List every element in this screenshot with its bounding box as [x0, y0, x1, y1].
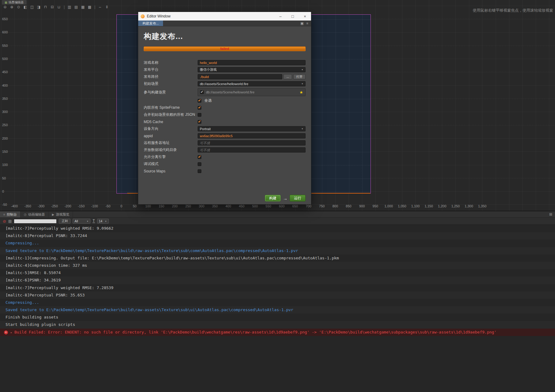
expand-horizontal-icon[interactable]: ⇔	[97, 5, 103, 9]
ruler-h-label: -50	[105, 204, 110, 208]
ruler-h-label: 1,200	[438, 204, 447, 208]
field-label: MD5 Cache	[144, 120, 198, 124]
start-scene-select[interactable]: db://assets/Scene/helloworld.fire ▼	[198, 81, 306, 86]
align-right-icon[interactable]: ◨	[36, 5, 41, 9]
log-line: Compressing...	[0, 299, 555, 306]
expand-arrow-icon[interactable]: ▸	[10, 331, 12, 334]
start-scene-select-value: db://assets/Scene/helloworld.fire	[200, 82, 248, 86]
select-all-label: 全选	[204, 98, 212, 103]
close-button[interactable]: ×	[299, 12, 311, 21]
game-name-input[interactable]	[198, 60, 306, 65]
log-line: [malitc-8]Perceptual PSNR: 35.653	[0, 292, 555, 299]
align-center-icon[interactable]: ◫	[29, 5, 35, 9]
select-all-checkbox[interactable]	[198, 99, 201, 103]
ruler-h-label: 250	[185, 204, 191, 208]
panel-menu-icon[interactable]: ≡	[306, 21, 308, 25]
form-row: 开放数据域代码目录	[144, 147, 306, 153]
log-line-error[interactable]: ×▸Build Failed: Error: ENOENT: no such f…	[0, 329, 555, 336]
ruler-h-label: 400	[226, 204, 231, 208]
ruler-h-label: 0	[120, 204, 122, 208]
clear-logs-icon[interactable]: ⊘	[3, 219, 6, 224]
distribute-horizontal-icon[interactable]: ▥	[67, 5, 72, 9]
tab-console[interactable]: ≡ 控制台	[0, 211, 21, 217]
field-label: 发布平台	[144, 67, 198, 72]
popout-icon[interactable]: ▣	[300, 21, 303, 25]
ruler-h-label: 800	[333, 204, 338, 208]
console-search-input[interactable]	[14, 219, 57, 224]
stretch-horizontal-icon[interactable]: ▦	[80, 5, 86, 9]
tab-build-publish[interactable]: 构建发布...	[138, 21, 163, 26]
form-row: 参与构建场景 db://assets/Scene/helloworld.fire…	[144, 88, 306, 96]
tab-animation-editor-label: 动画编辑器	[28, 212, 45, 217]
maximize-button[interactable]: □	[287, 12, 299, 21]
log-file-icon[interactable]: ▤	[8, 219, 12, 223]
minimize-button[interactable]: –	[274, 12, 287, 21]
browse-button[interactable]: ...	[283, 74, 292, 79]
tab-animation-editor[interactable]: ◷ 动画编辑器	[21, 211, 49, 217]
platform-select[interactable]: 微信小游戏 ▼	[198, 67, 306, 72]
ruler-h-label: 450	[239, 204, 244, 208]
field-label: 合并初始场景依赖的所有 JSON	[144, 112, 198, 117]
open-data-dir-input[interactable]	[198, 147, 306, 153]
align-middle-icon[interactable]: ⊟	[50, 5, 55, 9]
zoom-out-icon[interactable]: ⊖	[2, 5, 8, 9]
ruler-v-label: 650	[2, 17, 10, 21]
merge-json-checkbox[interactable]	[198, 113, 201, 117]
error-icon: ×	[4, 330, 8, 334]
log-line: Saved texture to E:\PackDemo\temp\Textur…	[0, 306, 555, 314]
build-path-input[interactable]	[198, 74, 282, 79]
panel-layout-icon[interactable]: ⊞	[549, 212, 552, 217]
log-line: [malitc-7]Perceptually weighted RMSE: 9.…	[0, 225, 555, 232]
field-label: 参与构建场景	[144, 90, 198, 95]
chevron-down-icon: ▼	[301, 83, 303, 85]
chevron-down-icon: ▼	[105, 220, 107, 222]
ruler-h-label: 750	[319, 204, 325, 208]
build-scenes-list: db://assets/Scene/helloworld.fire ★	[198, 88, 306, 96]
align-left-icon[interactable]: ◧	[23, 5, 28, 9]
animation-icon: ◷	[24, 213, 27, 216]
regex-toggle-button[interactable]: 正则	[59, 219, 70, 224]
font-size-select[interactable]: 14 ▼	[97, 219, 109, 224]
open-folder-button[interactable]: 打开	[293, 74, 306, 79]
form-row: Source Maps	[144, 168, 306, 174]
log-line: [malitc-6]PSNR: 34.2619	[0, 277, 555, 284]
log-filter-select[interactable]: All ▼	[73, 219, 90, 224]
platform-select-value: 微信小游戏	[200, 67, 217, 72]
scene-item-checkbox[interactable]	[200, 90, 204, 94]
align-bottom-icon[interactable]: ⊔	[56, 5, 62, 9]
ruler-v-label: 600	[2, 30, 10, 34]
ruler-v-label: 300	[2, 110, 10, 114]
debug-mode-checkbox[interactable]	[198, 162, 201, 166]
chevron-down-icon: ▼	[86, 220, 89, 222]
page-title: 构建发布...	[144, 31, 306, 41]
tab-scene-editor[interactable]: ▦ 场景编辑器	[2, 0, 27, 5]
remote-server-input[interactable]	[198, 140, 306, 145]
stretch-vertical-icon[interactable]: ▩	[87, 5, 92, 9]
ruler-h-label: -150	[78, 204, 85, 208]
zoom-reset-icon[interactable]: ⊙	[16, 5, 21, 9]
zoom-in-icon[interactable]: ⊕	[9, 5, 14, 9]
ruler-h-label: 1,100	[411, 204, 420, 208]
distribute-vertical-icon[interactable]: ▤	[74, 5, 79, 9]
ruler-h-label: -200	[64, 204, 71, 208]
source-maps-checkbox[interactable]	[198, 169, 201, 173]
log-line: Finish building assets	[0, 314, 555, 321]
build-status-text: failed	[220, 47, 229, 51]
separate-engine-checkbox[interactable]	[198, 155, 201, 159]
inline-spriteframe-checkbox[interactable]	[198, 106, 201, 110]
run-button[interactable]: 运行	[290, 195, 306, 202]
orientation-select[interactable]: Portrait ▼	[198, 126, 306, 131]
md5-cache-checkbox[interactable]	[198, 120, 201, 124]
expand-vertical-icon[interactable]: ⇕	[104, 5, 109, 9]
dialog-title: Editor Window	[147, 14, 170, 18]
ruler-h-label: -400	[11, 204, 18, 208]
ruler-h-label: -300	[38, 204, 44, 208]
form-row: 设备方向 Portrait ▼	[144, 126, 306, 131]
appid-input[interactable]	[198, 133, 306, 138]
font-icon[interactable]: T	[93, 219, 95, 223]
build-button[interactable]: 构建	[265, 195, 281, 202]
ruler-v-label: 200	[2, 137, 10, 140]
dialog-titlebar[interactable]: Editor Window – □ ×	[138, 12, 311, 21]
align-top-icon[interactable]: ⊓	[43, 5, 48, 9]
tab-game-preview[interactable]: ▶ 游戏预览	[49, 211, 73, 217]
